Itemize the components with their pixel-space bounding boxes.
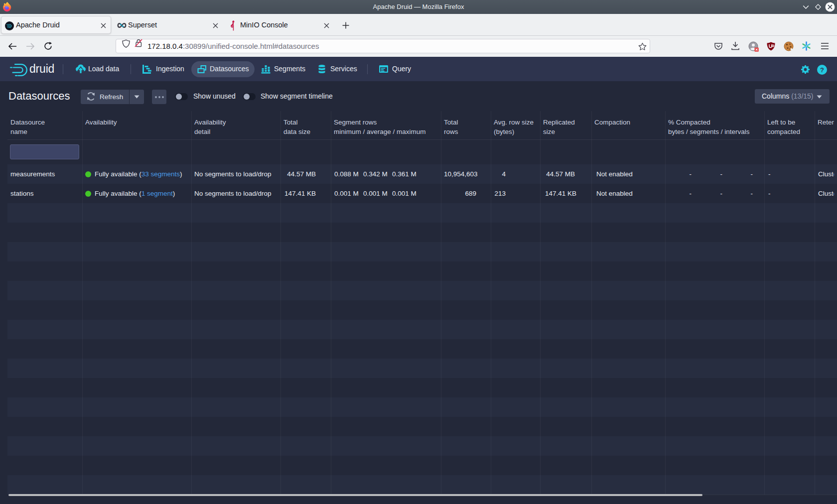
svg-text:?: ?	[820, 66, 824, 74]
